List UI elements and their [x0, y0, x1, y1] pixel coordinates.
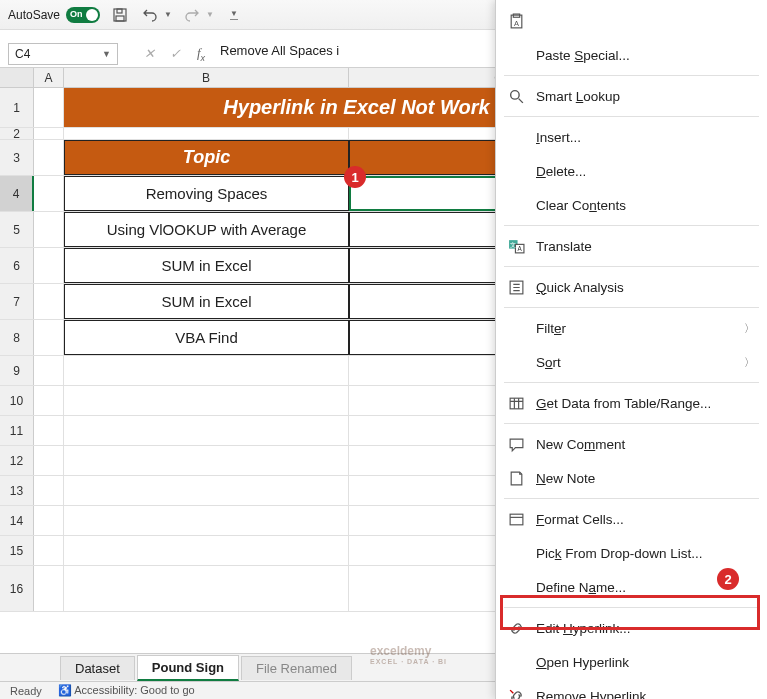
status-ready: Ready: [10, 685, 42, 697]
marker-badge-1: 1: [344, 166, 366, 188]
autosave-toggle[interactable]: AutoSave On: [8, 7, 100, 23]
marker-badge-2: 2: [717, 568, 739, 590]
chevron-right-icon: 〉: [744, 355, 755, 370]
name-box-value: C4: [15, 47, 30, 61]
paste-special-item[interactable]: Paste Special...: [496, 38, 767, 72]
col-header-b[interactable]: B: [64, 68, 349, 87]
redo-icon[interactable]: [182, 5, 202, 25]
svg-rect-1: [117, 9, 122, 13]
row-header[interactable]: 10: [0, 386, 34, 415]
toggle-switch[interactable]: On: [66, 7, 100, 23]
svg-rect-13: [510, 514, 523, 525]
svg-rect-2: [116, 16, 124, 21]
chevron-right-icon: 〉: [744, 321, 755, 336]
row-header[interactable]: 6: [0, 248, 34, 283]
row-header[interactable]: 5: [0, 212, 34, 247]
fx-icon[interactable]: fx: [190, 43, 212, 65]
autosave-label: AutoSave: [8, 8, 60, 22]
pick-list-item[interactable]: Pick From Drop-down List...: [496, 536, 767, 570]
tab-pound-sign[interactable]: Pound Sign: [137, 655, 239, 681]
clear-contents-item[interactable]: Clear Contents: [496, 188, 767, 222]
row-header[interactable]: 7: [0, 284, 34, 319]
svg-point-6: [510, 90, 519, 99]
smart-lookup-item[interactable]: Smart Lookup: [496, 79, 767, 113]
row-header[interactable]: 12: [0, 446, 34, 475]
quick-analysis-icon: [506, 277, 526, 297]
insert-item[interactable]: Insert...: [496, 120, 767, 154]
comment-icon: [506, 434, 526, 454]
paste-clipboard-icon: A: [506, 11, 526, 31]
link-icon: [506, 618, 526, 638]
row-header[interactable]: 9: [0, 356, 34, 385]
delete-item[interactable]: Delete...: [496, 154, 767, 188]
status-accessibility: ♿ Accessibility: Good to go: [58, 684, 195, 697]
status-bar: Ready ♿ Accessibility: Good to go: [0, 681, 495, 699]
row-header[interactable]: 3: [0, 140, 34, 175]
undo-icon[interactable]: [140, 5, 160, 25]
watermark: exceldemyEXCEL · DATA · BI: [370, 644, 447, 665]
topic-cell[interactable]: VBA Find: [64, 320, 349, 355]
topic-cell[interactable]: Removing Spaces: [64, 176, 349, 211]
get-data-item[interactable]: Get Data from Table/Range...: [496, 386, 767, 420]
row-header[interactable]: 14: [0, 506, 34, 535]
open-hyperlink-item[interactable]: Open Hyperlink: [496, 645, 767, 679]
format-cells-item[interactable]: Format Cells...: [496, 502, 767, 536]
select-all-corner[interactable]: [0, 68, 34, 87]
row-header[interactable]: 8: [0, 320, 34, 355]
note-icon: [506, 468, 526, 488]
svg-rect-12: [510, 398, 523, 409]
translate-item[interactable]: 文A Translate: [496, 229, 767, 263]
qat-more[interactable]: ▼: [230, 9, 238, 20]
tab-file-renamed[interactable]: File Renamed: [241, 656, 352, 680]
format-icon: [506, 509, 526, 529]
svg-text:文: 文: [510, 240, 516, 247]
col-header-a[interactable]: A: [34, 68, 64, 87]
translate-icon: 文A: [506, 236, 526, 256]
filter-item[interactable]: Filter〉: [496, 311, 767, 345]
table-icon: [506, 393, 526, 413]
chevron-down-icon[interactable]: ▼: [102, 49, 111, 59]
context-menu: A Paste Special... Smart Lookup Insert..…: [495, 0, 767, 699]
enter-formula-icon[interactable]: ✓: [164, 43, 186, 65]
row-header[interactable]: 15: [0, 536, 34, 565]
row-header[interactable]: 4: [0, 176, 34, 211]
topic-cell[interactable]: SUM in Excel: [64, 284, 349, 319]
cancel-formula-icon[interactable]: ✕: [138, 43, 160, 65]
topic-cell[interactable]: Using VlOOKUP with Average: [64, 212, 349, 247]
tab-dataset[interactable]: Dataset: [60, 656, 135, 680]
row-header[interactable]: 13: [0, 476, 34, 505]
row-header[interactable]: 1: [0, 88, 34, 127]
name-box[interactable]: C4 ▼: [8, 43, 118, 65]
row-header[interactable]: 16: [0, 566, 34, 611]
topic-cell[interactable]: SUM in Excel: [64, 248, 349, 283]
search-icon: [506, 86, 526, 106]
remove-link-icon: [506, 686, 526, 699]
row-header[interactable]: 2: [0, 128, 34, 139]
svg-text:A: A: [514, 18, 519, 27]
sort-item[interactable]: Sort〉: [496, 345, 767, 379]
row-header[interactable]: 11: [0, 416, 34, 445]
undo-dropdown[interactable]: ▼: [164, 10, 172, 19]
paste-options-item[interactable]: A: [496, 4, 767, 38]
save-icon[interactable]: [110, 5, 130, 25]
quick-analysis-item[interactable]: Quick Analysis: [496, 270, 767, 304]
redo-dropdown[interactable]: ▼: [206, 10, 214, 19]
new-note-item[interactable]: New Note: [496, 461, 767, 495]
edit-hyperlink-item[interactable]: Edit Hyperlink...: [496, 611, 767, 645]
topic-header[interactable]: Topic: [64, 140, 349, 175]
new-comment-item[interactable]: New Comment: [496, 427, 767, 461]
remove-hyperlink-item[interactable]: Remove Hyperlink: [496, 679, 767, 699]
